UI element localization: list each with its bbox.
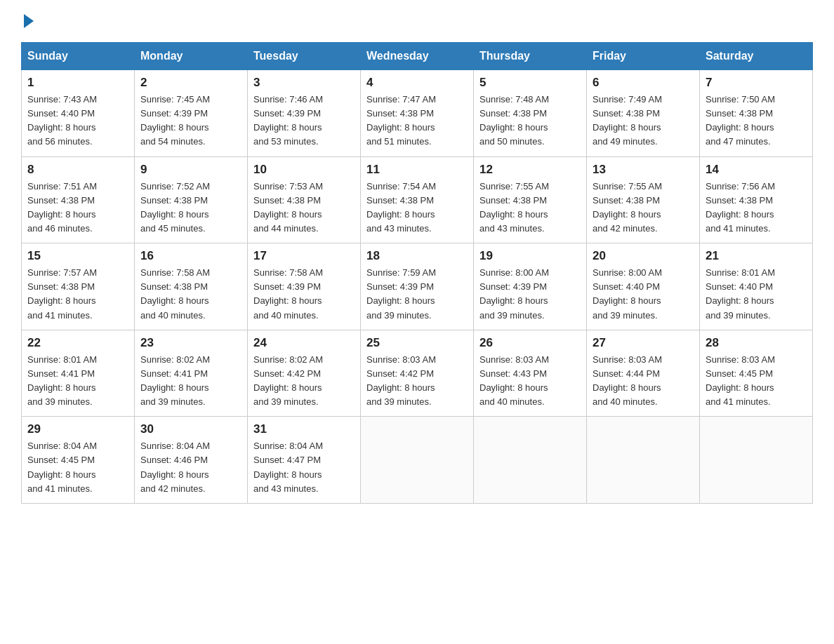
calendar-cell: 19Sunrise: 8:00 AMSunset: 4:39 PMDayligh… [474, 243, 587, 330]
day-number: 19 [479, 249, 581, 263]
day-info: Sunrise: 8:00 AMSunset: 4:40 PMDaylight:… [593, 266, 694, 323]
day-info: Sunrise: 8:02 AMSunset: 4:42 PMDaylight:… [253, 353, 355, 410]
day-info: Sunrise: 7:49 AMSunset: 4:38 PMDaylight:… [593, 93, 694, 149]
col-header-saturday: Saturday [700, 43, 813, 70]
day-info: Sunrise: 8:03 AMSunset: 4:43 PMDaylight:… [479, 353, 581, 410]
col-header-sunday: Sunday [22, 43, 135, 70]
day-number: 15 [27, 249, 128, 263]
calendar-cell: 8Sunrise: 7:51 AMSunset: 4:38 PMDaylight… [22, 156, 135, 243]
calendar-cell: 15Sunrise: 7:57 AMSunset: 4:38 PMDayligh… [22, 243, 135, 330]
calendar-cell: 17Sunrise: 7:58 AMSunset: 4:39 PMDayligh… [248, 243, 361, 330]
calendar-week-row: 15Sunrise: 7:57 AMSunset: 4:38 PMDayligh… [22, 243, 813, 330]
calendar-cell: 7Sunrise: 7:50 AMSunset: 4:38 PMDaylight… [700, 70, 813, 157]
day-info: Sunrise: 7:45 AMSunset: 4:39 PMDaylight:… [140, 93, 241, 149]
day-number: 27 [593, 336, 694, 350]
day-info: Sunrise: 8:01 AMSunset: 4:40 PMDaylight:… [706, 266, 807, 323]
logo-triangle-icon [24, 14, 34, 28]
calendar-cell [587, 417, 700, 504]
day-number: 31 [253, 422, 355, 436]
day-info: Sunrise: 8:04 AMSunset: 4:46 PMDaylight:… [140, 439, 241, 496]
day-number: 26 [479, 336, 581, 350]
day-number: 22 [27, 336, 128, 350]
day-info: Sunrise: 7:43 AMSunset: 4:40 PMDaylight:… [27, 93, 128, 149]
calendar-cell: 3Sunrise: 7:46 AMSunset: 4:39 PMDaylight… [248, 70, 361, 157]
day-info: Sunrise: 7:46 AMSunset: 4:39 PMDaylight:… [253, 93, 355, 149]
calendar-cell: 11Sunrise: 7:54 AMSunset: 4:38 PMDayligh… [361, 156, 474, 243]
day-number: 5 [479, 76, 581, 90]
day-info: Sunrise: 7:58 AMSunset: 4:38 PMDaylight:… [140, 266, 241, 323]
day-number: 12 [479, 163, 581, 177]
day-number: 20 [593, 249, 694, 263]
calendar-cell: 14Sunrise: 7:56 AMSunset: 4:38 PMDayligh… [700, 156, 813, 243]
calendar-cell [361, 417, 474, 504]
logo [21, 14, 34, 28]
day-number: 11 [366, 163, 468, 177]
day-number: 8 [27, 163, 128, 177]
calendar-cell: 21Sunrise: 8:01 AMSunset: 4:40 PMDayligh… [700, 243, 813, 330]
day-info: Sunrise: 7:50 AMSunset: 4:38 PMDaylight:… [706, 93, 807, 149]
day-number: 6 [593, 76, 694, 90]
col-header-thursday: Thursday [474, 43, 587, 70]
day-number: 23 [140, 336, 241, 350]
calendar-cell: 28Sunrise: 8:03 AMSunset: 4:45 PMDayligh… [700, 330, 813, 417]
calendar-cell: 31Sunrise: 8:04 AMSunset: 4:47 PMDayligh… [248, 417, 361, 504]
calendar-cell: 12Sunrise: 7:55 AMSunset: 4:38 PMDayligh… [474, 156, 587, 243]
calendar-cell: 13Sunrise: 7:55 AMSunset: 4:38 PMDayligh… [587, 156, 700, 243]
calendar-cell: 16Sunrise: 7:58 AMSunset: 4:38 PMDayligh… [135, 243, 248, 330]
day-info: Sunrise: 7:55 AMSunset: 4:38 PMDaylight:… [593, 180, 694, 236]
calendar-cell: 20Sunrise: 8:00 AMSunset: 4:40 PMDayligh… [587, 243, 700, 330]
calendar-cell: 30Sunrise: 8:04 AMSunset: 4:46 PMDayligh… [135, 417, 248, 504]
calendar-cell: 27Sunrise: 8:03 AMSunset: 4:44 PMDayligh… [587, 330, 700, 417]
calendar-cell: 18Sunrise: 7:59 AMSunset: 4:39 PMDayligh… [361, 243, 474, 330]
day-info: Sunrise: 7:59 AMSunset: 4:39 PMDaylight:… [366, 266, 468, 323]
day-info: Sunrise: 8:04 AMSunset: 4:45 PMDaylight:… [27, 439, 128, 496]
day-number: 10 [253, 163, 355, 177]
day-number: 7 [706, 76, 807, 90]
day-number: 28 [706, 336, 807, 350]
calendar-cell: 6Sunrise: 7:49 AMSunset: 4:38 PMDaylight… [587, 70, 700, 157]
day-number: 9 [140, 163, 241, 177]
day-info: Sunrise: 7:55 AMSunset: 4:38 PMDaylight:… [479, 180, 581, 236]
calendar-cell: 4Sunrise: 7:47 AMSunset: 4:38 PMDaylight… [361, 70, 474, 157]
calendar-header-row: SundayMondayTuesdayWednesdayThursdayFrid… [22, 43, 813, 70]
day-info: Sunrise: 8:03 AMSunset: 4:44 PMDaylight:… [593, 353, 694, 410]
day-number: 24 [253, 336, 355, 350]
calendar-cell: 24Sunrise: 8:02 AMSunset: 4:42 PMDayligh… [248, 330, 361, 417]
calendar-cell [700, 417, 813, 504]
day-number: 21 [706, 249, 807, 263]
day-info: Sunrise: 7:52 AMSunset: 4:38 PMDaylight:… [140, 180, 241, 236]
calendar-week-row: 8Sunrise: 7:51 AMSunset: 4:38 PMDaylight… [22, 156, 813, 243]
col-header-monday: Monday [135, 43, 248, 70]
day-number: 16 [140, 249, 241, 263]
calendar-cell: 1Sunrise: 7:43 AMSunset: 4:40 PMDaylight… [22, 70, 135, 157]
calendar-cell: 2Sunrise: 7:45 AMSunset: 4:39 PMDaylight… [135, 70, 248, 157]
day-info: Sunrise: 8:00 AMSunset: 4:39 PMDaylight:… [479, 266, 581, 323]
col-header-friday: Friday [587, 43, 700, 70]
calendar-cell: 22Sunrise: 8:01 AMSunset: 4:41 PMDayligh… [22, 330, 135, 417]
day-info: Sunrise: 8:01 AMSunset: 4:41 PMDaylight:… [27, 353, 128, 410]
col-header-wednesday: Wednesday [361, 43, 474, 70]
day-number: 1 [27, 76, 128, 90]
calendar-week-row: 1Sunrise: 7:43 AMSunset: 4:40 PMDaylight… [22, 70, 813, 157]
day-info: Sunrise: 7:48 AMSunset: 4:38 PMDaylight:… [479, 93, 581, 149]
day-number: 2 [140, 76, 241, 90]
day-info: Sunrise: 7:51 AMSunset: 4:38 PMDaylight:… [27, 180, 128, 236]
calendar-cell: 26Sunrise: 8:03 AMSunset: 4:43 PMDayligh… [474, 330, 587, 417]
day-info: Sunrise: 7:58 AMSunset: 4:39 PMDaylight:… [253, 266, 355, 323]
day-number: 18 [366, 249, 468, 263]
calendar-cell: 29Sunrise: 8:04 AMSunset: 4:45 PMDayligh… [22, 417, 135, 504]
day-info: Sunrise: 7:54 AMSunset: 4:38 PMDaylight:… [366, 180, 468, 236]
day-number: 29 [27, 422, 128, 436]
day-info: Sunrise: 7:56 AMSunset: 4:38 PMDaylight:… [706, 180, 807, 236]
day-info: Sunrise: 8:04 AMSunset: 4:47 PMDaylight:… [253, 439, 355, 496]
day-number: 14 [706, 163, 807, 177]
day-info: Sunrise: 8:02 AMSunset: 4:41 PMDaylight:… [140, 353, 241, 410]
calendar-table: SundayMondayTuesdayWednesdayThursdayFrid… [21, 42, 813, 504]
day-info: Sunrise: 7:57 AMSunset: 4:38 PMDaylight:… [27, 266, 128, 323]
day-number: 3 [253, 76, 355, 90]
day-number: 13 [593, 163, 694, 177]
calendar-cell: 9Sunrise: 7:52 AMSunset: 4:38 PMDaylight… [135, 156, 248, 243]
day-number: 17 [253, 249, 355, 263]
day-info: Sunrise: 7:47 AMSunset: 4:38 PMDaylight:… [366, 93, 468, 149]
day-number: 4 [366, 76, 468, 90]
